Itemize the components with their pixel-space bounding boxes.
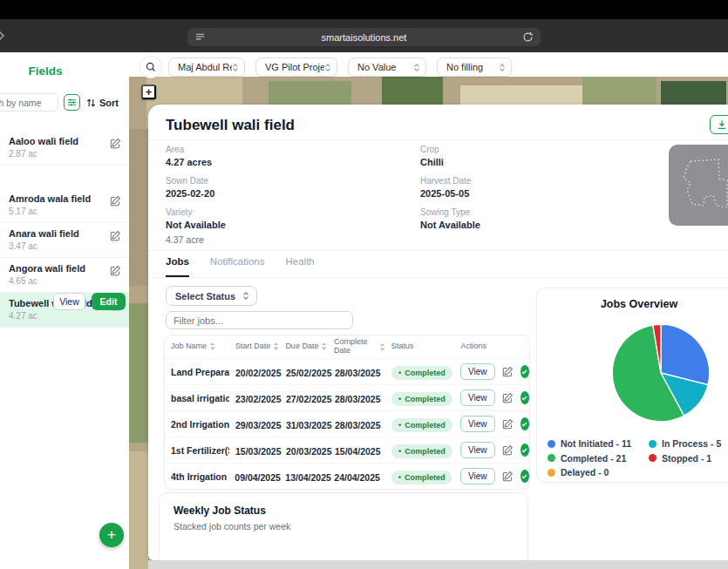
status-text: Completed	[405, 395, 446, 403]
job-table-row: 4th Irrigation09/04/202513/04/202524/04/…	[165, 463, 529, 489]
weekly-job-status-card: Weekly Job Status Stacked job counts per…	[159, 492, 528, 560]
view-job-button[interactable]: View	[460, 442, 495, 458]
field-shape-thumbnail	[669, 145, 728, 226]
field-search-input[interactable]	[0, 93, 58, 112]
view-job-button[interactable]: View	[460, 389, 495, 406]
page-bottom-strip	[148, 560, 728, 569]
job-table-row: 2nd Irrigation29/03/202531/03/202528/03/…	[165, 410, 529, 437]
edit-job-icon[interactable]	[502, 366, 514, 377]
job-complete-check-icon[interactable]	[520, 417, 530, 430]
edit-field-icon[interactable]	[110, 265, 121, 276]
edit-field-icon[interactable]	[110, 230, 121, 241]
url-bar[interactable]: smartaisolutions.net	[187, 28, 541, 46]
status-badge: •Completed	[391, 471, 452, 484]
edit-button[interactable]: Edit	[92, 293, 126, 310]
table-header-cell: Actions	[454, 342, 529, 351]
sort-arrows-icon	[209, 342, 215, 350]
field-area: 4.27 ac	[9, 311, 120, 321]
map-zoom-in-button[interactable]: +	[141, 85, 156, 99]
download-icon	[717, 119, 727, 130]
detail-value: 2025-02-20	[166, 188, 420, 199]
status-dot: •	[398, 370, 401, 376]
due-date-cell: 27/02/2025	[286, 394, 332, 404]
header-filter-dropdown[interactable]: No filling	[437, 58, 512, 77]
status-filter-dropdown[interactable]: Select Status	[166, 286, 257, 306]
legend-item: Not Initiated - 11	[548, 437, 649, 451]
header-filter-dropdown[interactable]: VG Pilot Project	[255, 58, 337, 77]
tab-health[interactable]: Health	[285, 256, 314, 277]
download-button[interactable]	[710, 115, 728, 134]
job-name-cell: 1st Fertilizer(S	[171, 445, 229, 456]
jobs-filter-input[interactable]	[166, 311, 353, 329]
job-name-cell: Land Preparation	[171, 367, 229, 377]
view-job-button[interactable]: View	[460, 363, 495, 380]
chevron-updown-icon	[499, 63, 506, 72]
add-field-fab[interactable]: +	[99, 523, 124, 547]
table-header-cell[interactable]: Due Date	[279, 342, 328, 351]
divider	[148, 277, 728, 278]
sidebar-actions: View Edit	[53, 293, 126, 310]
status-badge: •Completed	[391, 392, 452, 406]
header-filter-dropdown[interactable]: No Value	[348, 58, 426, 77]
job-complete-check-icon[interactable]	[520, 391, 530, 404]
chevron-updown-icon	[413, 63, 420, 72]
job-complete-check-icon[interactable]	[520, 470, 530, 483]
app: + Maj Abdul RehmanVG Pilot ProjectNo Val…	[0, 52, 728, 569]
complete-date-cell: 28/03/2025	[335, 368, 381, 378]
legend-dot	[548, 454, 555, 462]
sort-button[interactable]: Sort	[86, 94, 119, 111]
field-list-item[interactable]: Aaloo wali field2.87 ac	[0, 131, 129, 166]
view-button[interactable]: View	[53, 293, 85, 310]
field-area: 2.87 ac	[9, 149, 120, 159]
sidebar-title: Fields	[0, 64, 91, 78]
status-dot: •	[398, 449, 401, 454]
edit-job-icon[interactable]	[502, 471, 514, 482]
edit-job-icon[interactable]	[502, 392, 514, 403]
field-list-item[interactable]: Angora wali field4.65 ac	[0, 258, 129, 293]
field-area: 3.47 ac	[9, 241, 120, 251]
sort-arrows-icon	[379, 343, 385, 351]
dropdown-label: Maj Abdul Rehman	[178, 62, 232, 72]
weekly-title: Weekly Job Status	[173, 505, 514, 517]
field-list-item[interactable]: Amroda wala field5.17 ac	[0, 188, 129, 223]
table-header-cell[interactable]: Job Name	[165, 342, 229, 351]
edit-job-icon[interactable]	[502, 418, 514, 430]
start-date-cell: 15/03/2025	[235, 446, 282, 457]
field-details: Area4.27 acresCropChilliSown Date2025-02…	[166, 145, 621, 239]
forward-chevron-icon[interactable]	[0, 29, 8, 43]
edit-field-icon[interactable]	[110, 138, 121, 149]
tab-jobs[interactable]: Jobs	[166, 256, 189, 277]
dropdown-label: No filling	[446, 62, 483, 72]
field-list-item[interactable]: Anara wali field3.47 ac	[0, 223, 129, 258]
table-header-cell[interactable]: Complete Date	[328, 338, 385, 356]
view-job-button[interactable]: View	[460, 468, 495, 484]
reload-icon[interactable]	[522, 31, 534, 43]
search-button[interactable]	[139, 56, 162, 78]
job-complete-check-icon[interactable]	[520, 444, 530, 457]
status-badge: •Completed	[391, 444, 452, 458]
legend-dot	[649, 454, 657, 462]
start-date-cell: 29/03/2025	[235, 420, 282, 430]
field-title: Tubewell wali field	[166, 117, 295, 134]
job-name-cell: basal irrigation	[171, 393, 229, 403]
job-complete-check-icon[interactable]	[520, 365, 530, 378]
legend-dot	[548, 469, 555, 477]
table-header-cell: Status	[385, 342, 455, 351]
header-filter-dropdown[interactable]: Maj Abdul Rehman	[168, 58, 245, 77]
tab-notifications[interactable]: Notifications	[210, 256, 265, 277]
sidebar: Fields Sort Aaloo wali field2.87 acAmrod…	[0, 52, 129, 569]
map-area-label: 4.37 acre	[166, 234, 204, 245]
table-header-cell[interactable]: Start Date	[229, 342, 280, 351]
jobs-overview-card: Jobs Overview Not Initiated - 11In Proce…	[536, 288, 728, 483]
edit-job-icon[interactable]	[502, 444, 514, 456]
reader-icon[interactable]	[194, 31, 206, 43]
filter-button[interactable]	[64, 94, 80, 111]
chart-legend: Not Initiated - 11In Process - 5Complete…	[548, 437, 728, 480]
job-name-cell: 2nd Irrigation	[171, 419, 229, 430]
edit-field-icon[interactable]	[110, 195, 121, 207]
detail-label: Crop	[420, 145, 621, 154]
legend-item: In Process - 5	[649, 437, 728, 451]
view-job-button[interactable]: View	[460, 416, 495, 432]
header-bar: Maj Abdul RehmanVG Pilot ProjectNo Value…	[129, 52, 728, 77]
detail-value: Not Available	[166, 220, 420, 230]
